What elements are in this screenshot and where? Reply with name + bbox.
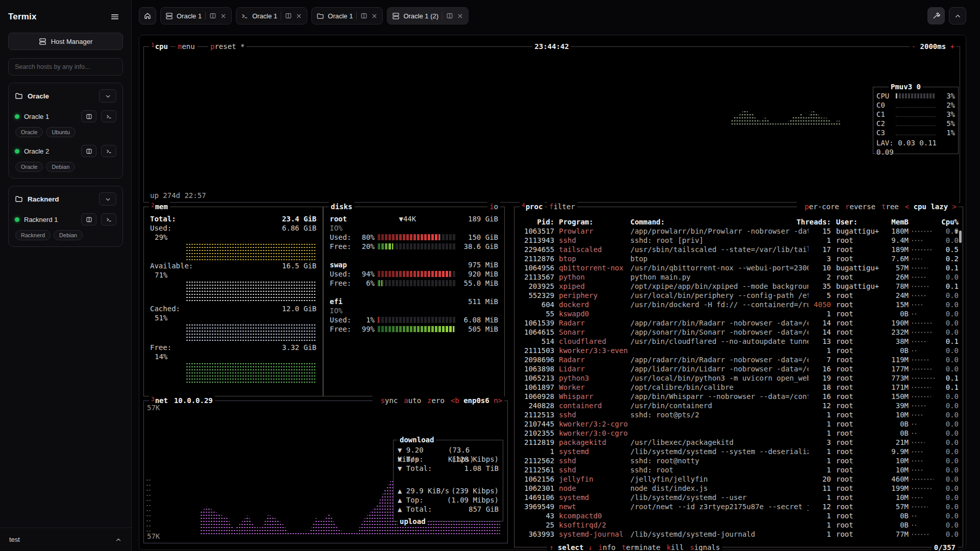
tab-split-button[interactable] — [209, 12, 216, 19]
proc-footer-controls[interactable]: ↑ select ↓infoterminatekillsignals — [547, 543, 722, 551]
host-search-input[interactable] — [8, 58, 123, 76]
host-tag[interactable]: Debian — [54, 230, 83, 240]
menu-button[interactable]: menu — [176, 42, 197, 51]
proc-reverse-toggle[interactable]: reverse — [845, 203, 875, 211]
process-row[interactable]: 2102355kworker/3:0-cgro1root0B0.0 — [519, 429, 959, 438]
terminal-panel[interactable]: 1cpu menu preset * 23:44:42 - 2000ms + u… — [139, 35, 966, 550]
tab-oracle-1[interactable]: Oracle 1 — [311, 7, 383, 24]
proc-box-title[interactable]: 4proc — [520, 202, 545, 212]
collapse-panel-button[interactable] — [949, 7, 966, 24]
proc-info-button[interactable]: info — [598, 543, 616, 551]
tab-oracle-1-2-[interactable]: Oracle 1 (2) — [387, 7, 469, 24]
tab-oracle-1[interactable]: Oracle 1 — [236, 7, 307, 24]
process-row[interactable]: 43kcompactd01root0B0.0 — [519, 511, 959, 520]
host-tag[interactable]: Oracle — [15, 127, 43, 137]
net-zero-button[interactable]: zero — [427, 396, 445, 405]
process-row[interactable]: 1062301nodenode dist/index.js11root199M0… — [519, 484, 959, 493]
mem-box-title[interactable]: 2mem — [149, 202, 170, 212]
process-row[interactable]: 55kswapd01root0B0.0 — [519, 309, 959, 318]
process-row[interactable]: 1063898Lidarr/app/lidarr/bin/Lidarr -nob… — [519, 364, 959, 373]
sidebar-footer[interactable]: test — [0, 528, 131, 551]
net-sync-button[interactable]: sync — [381, 396, 398, 405]
net-auto-button[interactable]: auto — [404, 396, 421, 405]
proc-sort-options[interactable]: per-corereversetree< cpu lazy > — [797, 202, 959, 211]
host-split-button[interactable] — [81, 145, 96, 157]
folder-header[interactable]: Oracle — [15, 89, 116, 103]
tab-split-button[interactable] — [360, 12, 368, 19]
process-row[interactable]: 552329periphery/usr/local/bin/periphery … — [519, 291, 959, 300]
tab-split-button[interactable] — [446, 12, 453, 19]
tab-close-button[interactable] — [371, 13, 378, 19]
host-tag[interactable]: Ubuntu — [46, 127, 75, 137]
proc-terminate-button[interactable]: terminate — [622, 543, 660, 551]
proc-scrollbar[interactable] — [959, 231, 962, 243]
process-row[interactable]: 1061539Radarr/app/radarr/bin/Radarr -nob… — [519, 318, 959, 328]
sidebar-toggle-button[interactable] — [107, 9, 123, 24]
host-tag[interactable]: Oracle — [15, 162, 43, 172]
host-row[interactable]: Oracle 1 — [15, 110, 116, 122]
folder-collapse-button[interactable] — [99, 192, 116, 206]
cpu-box-title[interactable]: 1cpu — [149, 42, 170, 52]
process-row[interactable]: 1065213python3/usr/local/bin/python3 -m … — [519, 373, 959, 383]
process-row[interactable]: 1469106systemd/lib/systemd/systemd --use… — [519, 493, 959, 502]
tab-oracle-1[interactable]: Oracle 1 — [160, 7, 232, 24]
folder-collapse-button[interactable] — [99, 89, 116, 103]
proc-filter-button[interactable]: filter — [547, 202, 577, 211]
process-row[interactable]: 2112876btopbtop3root7.6M0.2 — [519, 254, 959, 263]
process-row[interactable]: 1061897Worker/opt/calibre/bin/calibre18r… — [519, 383, 959, 392]
process-row[interactable]: 2098696Radarr/app/radarr/bin/Radarr -nob… — [519, 355, 959, 364]
update-interval-control[interactable]: - 2000ms + — [910, 42, 957, 51]
disks-io-toggle[interactable]: io — [487, 202, 500, 211]
process-row[interactable]: 1064956qbittorrent-nox/usr/bin/qbittorre… — [519, 263, 959, 272]
host-manager-button[interactable]: Host Manager — [8, 33, 123, 50]
process-row[interactable]: 2107445kworker/3:2-cgro1root0B0.0 — [519, 419, 959, 429]
process-row[interactable]: 604dockerd/usr/bin/dockerd -H fd:// --co… — [519, 300, 959, 309]
process-row[interactable]: 2294655tailscaled/usr/sbin/tailscaled --… — [519, 245, 959, 254]
proc-kill-button[interactable]: kill — [667, 543, 684, 551]
process-row[interactable]: 203925xpiped/opt/xpipe/app/bin/xpiped --… — [519, 282, 959, 291]
host-terminal-button[interactable] — [101, 213, 116, 226]
process-row[interactable]: 2112819packagekitd/usr/libexec/packageki… — [519, 438, 959, 447]
process-row[interactable]: 2111503kworker/3:3-even1root0B0.0 — [519, 346, 959, 355]
process-row[interactable]: 3969549newt/root/newt --id z3rtyep2175u8… — [519, 502, 959, 511]
process-row[interactable]: 1062156jellyfin/jellyfin/jellyfin20root4… — [519, 474, 959, 484]
tab-close-button[interactable] — [457, 13, 463, 19]
process-row[interactable]: 1systemd/lib/systemd/systemd --system --… — [519, 447, 959, 456]
process-row[interactable]: 1064615Sonarr/app/sonarr/bin/Sonarr -nob… — [519, 328, 959, 337]
process-row[interactable]: 2112562sshdsshd: root@notty1root10M0.0 — [519, 456, 959, 465]
tab-close-button[interactable] — [296, 13, 302, 19]
process-row[interactable]: 2113943sshdsshd: root [priv]1root9.4M0.0 — [519, 236, 959, 245]
proc-per-core-toggle[interactable]: per-core — [805, 203, 839, 211]
interval-increase-button[interactable]: + — [950, 42, 954, 51]
process-row[interactable]: 1063517Prowlarr/app/prowlarr/bin/Prowlar… — [519, 227, 959, 236]
process-list-header[interactable]: Pid: Program: Command: Threads: User: Me… — [519, 217, 959, 227]
host-row[interactable]: Oracle 2 — [15, 145, 116, 157]
host-terminal-button[interactable] — [101, 110, 116, 122]
process-row[interactable]: 2112561sshdsshd: root1root10M0.0 — [519, 465, 959, 474]
process-row[interactable]: 2113567pythonpython main.py2root26M0.0 — [519, 272, 959, 282]
folder-header[interactable]: Racknerd — [15, 192, 116, 206]
proc-tree-toggle[interactable]: tree — [881, 203, 899, 211]
home-button[interactable] — [139, 7, 156, 24]
host-split-button[interactable] — [81, 213, 96, 226]
interval-decrease-button[interactable]: - — [912, 42, 916, 51]
process-row[interactable]: 363993systemd-journal/lib/systemd/system… — [519, 530, 959, 539]
host-split-button[interactable] — [81, 110, 96, 122]
host-row[interactable]: Racknerd 1 — [15, 213, 116, 226]
net-options[interactable]: syncautozero<b enp0s6 n> — [373, 396, 504, 405]
disks-box-title[interactable]: disks — [329, 202, 354, 211]
process-row[interactable]: 25ksoftirqd/21root0B0.0 — [519, 520, 959, 530]
preset-button[interactable]: preset * — [208, 42, 247, 51]
host-tag[interactable]: Racknerd — [15, 230, 51, 240]
host-tag[interactable]: Debian — [46, 162, 75, 172]
proc-sort-mode[interactable]: < cpu lazy > — [905, 203, 957, 211]
host-terminal-button[interactable] — [101, 145, 116, 157]
proc-signals-button[interactable]: signals — [690, 543, 720, 551]
process-row[interactable]: 240828containerd/usr/bin/containerd12roo… — [519, 401, 959, 410]
tab-close-button[interactable] — [220, 13, 227, 19]
process-row[interactable]: 514cloudflared/usr/bin/cloudflared --no-… — [519, 337, 959, 346]
process-row[interactable]: 2112513sshdsshd: root@pts/21root10M0.0 — [519, 410, 959, 419]
process-row[interactable]: 1060928Whisparr/app/bin/Whisparr --nobro… — [519, 392, 959, 401]
admin-tools-button[interactable] — [927, 7, 945, 24]
tab-split-button[interactable] — [285, 12, 292, 19]
